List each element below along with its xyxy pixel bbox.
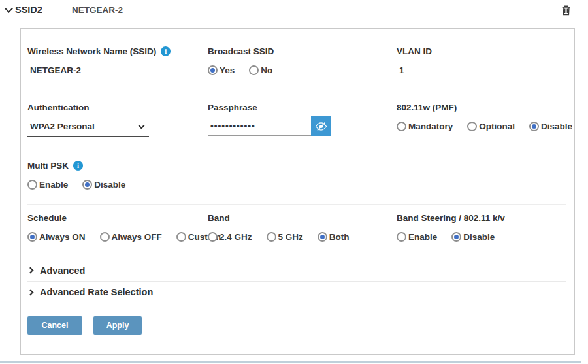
chevron-right-icon bbox=[27, 289, 34, 295]
passphrase-input[interactable] bbox=[208, 120, 311, 136]
expander-section: Advanced Advanced Rate Selection bbox=[27, 259, 566, 303]
radio-icon bbox=[82, 180, 92, 190]
radio-icon bbox=[529, 122, 539, 131]
pmf-optional-radio[interactable]: Optional bbox=[467, 122, 515, 131]
ssid2-accordion-header: SSID2 NETGEAR-2 bbox=[0, 0, 588, 20]
schedule-label: Schedule bbox=[27, 212, 208, 223]
expander-label: Advanced bbox=[40, 265, 85, 276]
field-passphrase: Passphrase bbox=[208, 102, 397, 137]
radio-icon bbox=[397, 232, 406, 242]
schedule-always-off-radio[interactable]: Always OFF bbox=[100, 232, 162, 242]
radio-icon bbox=[318, 232, 327, 242]
radio-label: Mandatory bbox=[408, 122, 453, 131]
radio-label: Enable bbox=[39, 180, 68, 190]
radio-label: Disable bbox=[94, 180, 125, 190]
ssid-settings-page: SSID2 NETGEAR-2 Wireless Network Name (S… bbox=[0, 0, 588, 364]
pmf-label: 802.11w (PMF) bbox=[397, 102, 587, 113]
show-passphrase-button[interactable] bbox=[311, 116, 331, 136]
field-ssid: Wireless Network Name (SSID) i bbox=[27, 46, 208, 80]
radio-label: Enable bbox=[408, 232, 437, 242]
schedule-always-on-radio[interactable]: Always ON bbox=[27, 232, 86, 242]
radio-icon bbox=[451, 232, 461, 242]
radio-icon bbox=[208, 65, 218, 75]
action-buttons: Cancel Apply bbox=[27, 316, 566, 335]
pmf-disable-radio[interactable]: Disable bbox=[529, 122, 572, 131]
form-row-1: Wireless Network Name (SSID) i Broadcast… bbox=[27, 46, 566, 80]
broadcast-yes-radio[interactable]: Yes bbox=[208, 65, 235, 75]
expander-label: Advanced Rate Selection bbox=[40, 287, 153, 297]
radio-icon bbox=[267, 232, 276, 242]
ssid-label: Wireless Network Name (SSID) i bbox=[27, 46, 208, 57]
band-5ghz-radio[interactable]: 5 GHz bbox=[267, 232, 303, 242]
field-schedule: Schedule Always ON Always OFF Custom bbox=[27, 212, 208, 242]
field-band: Band 2.4 GHz 5 GHz Both bbox=[208, 212, 397, 242]
next-section-divider bbox=[0, 361, 581, 363]
vlan-label: VLAN ID bbox=[397, 46, 566, 57]
collapse-chevron-icon[interactable] bbox=[5, 5, 13, 13]
form-row-4: Schedule Always ON Always OFF Custom bbox=[27, 212, 566, 242]
field-broadcast: Broadcast SSID Yes No bbox=[208, 46, 397, 80]
apply-button[interactable]: Apply bbox=[93, 316, 142, 335]
authentication-selected-value: WPA2 Personal bbox=[30, 122, 95, 131]
multi-psk-disable-radio[interactable]: Disable bbox=[82, 180, 125, 190]
radio-label: Disable bbox=[541, 122, 572, 131]
band-24ghz-radio[interactable]: 2.4 GHz bbox=[208, 232, 252, 242]
radio-label: Optional bbox=[479, 122, 515, 131]
section-title: SSID2 bbox=[15, 5, 42, 15]
multi-psk-enable-radio[interactable]: Enable bbox=[27, 180, 68, 190]
radio-icon bbox=[100, 232, 110, 242]
radio-label: Yes bbox=[220, 65, 235, 75]
field-pmf: 802.11w (PMF) Mandatory Optional Disable bbox=[397, 102, 587, 137]
authentication-label: Authentication bbox=[27, 102, 208, 113]
section-divider bbox=[27, 204, 566, 205]
band-steering-enable-radio[interactable]: Enable bbox=[397, 232, 437, 242]
radio-icon bbox=[397, 122, 406, 131]
info-icon[interactable]: i bbox=[161, 46, 171, 56]
ssid-label-text: Wireless Network Name (SSID) bbox=[27, 46, 156, 56]
cancel-button[interactable]: Cancel bbox=[27, 316, 82, 335]
radio-label: Always OFF bbox=[112, 232, 162, 242]
ssid-form-panel: Wireless Network Name (SSID) i Broadcast… bbox=[20, 28, 575, 355]
band-label: Band bbox=[208, 212, 397, 223]
band-steering-disable-radio[interactable]: Disable bbox=[451, 232, 495, 242]
band-both-radio[interactable]: Both bbox=[318, 232, 350, 242]
ssid-input[interactable] bbox=[27, 64, 145, 80]
radio-label: Disable bbox=[463, 232, 495, 242]
eye-slash-icon bbox=[315, 122, 327, 131]
multi-psk-label-text: Multi PSK bbox=[27, 161, 69, 171]
field-authentication: Authentication WPA2 Personal bbox=[27, 102, 208, 137]
chevron-right-icon bbox=[27, 267, 34, 274]
advanced-expander[interactable]: Advanced bbox=[27, 259, 566, 281]
trash-icon bbox=[561, 5, 571, 16]
field-band-steering: Band Steering / 802.11 k/v Enable Disabl… bbox=[397, 212, 566, 242]
radio-icon bbox=[27, 232, 37, 242]
radio-icon bbox=[249, 65, 259, 75]
radio-label: Both bbox=[329, 232, 350, 242]
info-icon[interactable]: i bbox=[73, 161, 83, 171]
broadcast-no-radio[interactable]: No bbox=[249, 65, 272, 75]
advanced-rate-selection-expander[interactable]: Advanced Rate Selection bbox=[27, 281, 566, 303]
field-multi-psk: Multi PSK i Enable Disable bbox=[27, 160, 566, 190]
radio-icon bbox=[467, 122, 477, 131]
radio-icon bbox=[208, 232, 218, 242]
delete-ssid-button[interactable] bbox=[560, 3, 572, 17]
header-ssid-name: NETGEAR-2 bbox=[72, 5, 123, 15]
multi-psk-label: Multi PSK i bbox=[27, 160, 566, 171]
radio-label: Always ON bbox=[39, 232, 86, 242]
field-vlan: VLAN ID bbox=[397, 46, 566, 80]
radio-label: No bbox=[261, 65, 272, 75]
broadcast-label: Broadcast SSID bbox=[208, 46, 397, 57]
chevron-down-icon bbox=[139, 122, 145, 129]
radio-label: 5 GHz bbox=[278, 232, 303, 242]
radio-icon bbox=[27, 180, 37, 190]
radio-label: 2.4 GHz bbox=[220, 232, 252, 242]
vlan-input[interactable] bbox=[397, 64, 519, 80]
authentication-select[interactable]: WPA2 Personal bbox=[27, 120, 149, 137]
radio-icon bbox=[176, 232, 186, 242]
passphrase-label: Passphrase bbox=[208, 102, 397, 113]
pmf-mandatory-radio[interactable]: Mandatory bbox=[397, 122, 453, 131]
form-row-2: Authentication WPA2 Personal Passphrase bbox=[27, 102, 566, 137]
band-steering-label: Band Steering / 802.11 k/v bbox=[397, 212, 566, 223]
